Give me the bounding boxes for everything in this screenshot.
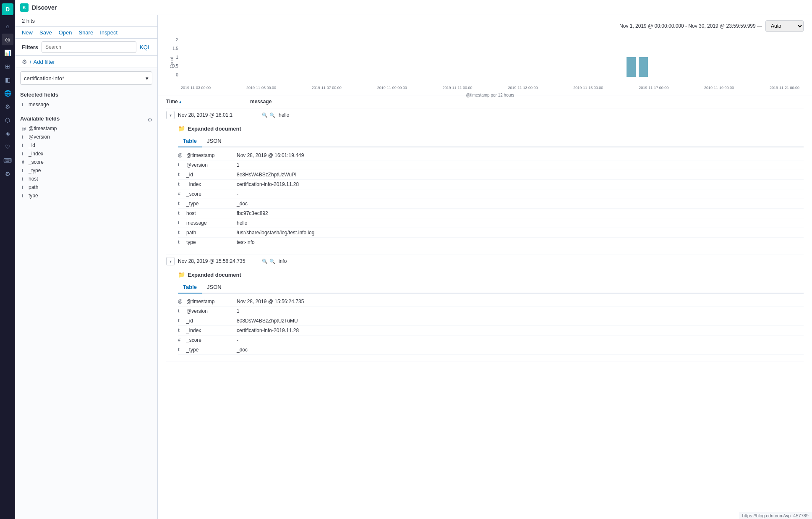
- available-field-item[interactable]: ttype: [20, 191, 152, 200]
- row-toggle-button[interactable]: ▾: [166, 111, 175, 119]
- filter-for-icon[interactable]: 🔍: [262, 113, 268, 118]
- field-type-icon: #: [22, 160, 26, 165]
- time-column-header[interactable]: Time ▴: [166, 99, 250, 105]
- share-button[interactable]: Share: [78, 29, 93, 36]
- sidebar-icon-uptime[interactable]: ♡: [2, 141, 13, 153]
- topbar: K Discover: [15, 0, 812, 15]
- data-rows: ▾ Nov 28, 2019 @ 16:01:1 🔍 🔍 hello 📁 Exp…: [166, 108, 804, 362]
- filter-for-icon[interactable]: 🔍: [262, 259, 268, 264]
- doc-tab-table[interactable]: Table: [178, 135, 202, 147]
- expanded-doc-title: Expanded document: [188, 272, 241, 278]
- field-name: _type: [186, 347, 237, 353]
- row-time: Nov 28, 2019 @ 15:56:24.735: [178, 258, 262, 264]
- sidebar-icon-dev[interactable]: ⌨: [2, 155, 13, 166]
- doc-tab-json[interactable]: JSON: [202, 135, 227, 147]
- field-value: 1: [237, 308, 804, 314]
- filter-out-icon[interactable]: 🔍: [269, 113, 275, 118]
- sidebar-icon-dashboard[interactable]: ⊞: [2, 60, 13, 72]
- field-type: t: [178, 210, 185, 215]
- sidebar-icon-management[interactable]: ⚙: [2, 168, 13, 180]
- available-field-item[interactable]: #_score: [20, 158, 152, 166]
- right-panel: Nov 1, 2019 @ 00:00:00.000 - Nov 30, 201…: [158, 15, 812, 519]
- doc-field-row: t @version 1: [178, 160, 804, 170]
- chart-canvas: [181, 37, 799, 77]
- results-area: Time ▴ message ▾ Nov 28, 2019 @ 16:01:1 …: [158, 95, 812, 362]
- available-fields-section: Available fields ⚙ @@timestampt@versiont…: [15, 112, 157, 203]
- app-logo: D: [2, 3, 13, 15]
- doc-tab-table[interactable]: Table: [178, 281, 202, 294]
- sidebar-icon-graph[interactable]: ⬡: [2, 114, 13, 126]
- chart-timestamp-label: @timestamp per 12 hours: [181, 93, 799, 97]
- field-type: @: [178, 299, 185, 304]
- field-name-label: host: [29, 176, 151, 182]
- left-panel: 2 hits New Save Open Share Inspect Filte…: [15, 15, 158, 519]
- field-value: -: [237, 191, 804, 197]
- sidebar-icon-canvas[interactable]: ◧: [2, 74, 13, 86]
- available-field-item[interactable]: t_id: [20, 141, 152, 149]
- open-button[interactable]: Open: [59, 29, 72, 36]
- doc-field-row: t path /usr/share/logstash/log/test.info…: [178, 228, 804, 238]
- sidebar-icon-ml[interactable]: ⚙: [2, 101, 13, 113]
- doc-tabs: Table JSON: [178, 135, 804, 147]
- filter-gear-icon[interactable]: ⚙: [22, 58, 27, 65]
- filter-out-icon[interactable]: 🔍: [269, 259, 275, 264]
- selected-fields-section: Selected fields tmessage: [15, 88, 157, 112]
- add-filter-button[interactable]: + Add filter: [29, 59, 55, 65]
- sidebar-icon-maps[interactable]: 🌐: [2, 87, 13, 99]
- field-name-label: @version: [29, 134, 151, 140]
- available-field-item[interactable]: t_index: [20, 149, 152, 158]
- chevron-down-icon: ▾: [146, 75, 149, 81]
- field-value: certification-info-2019.11.28: [237, 328, 804, 333]
- sidebar-icon-visualize[interactable]: 📊: [2, 47, 13, 59]
- row-toggle-button[interactable]: ▾: [166, 257, 175, 265]
- index-dropdown[interactable]: certification-info* ▾: [20, 71, 152, 85]
- field-value: 808DsW4BSzZhptUzTuMU: [237, 318, 804, 324]
- field-type: t: [178, 201, 185, 206]
- row-header[interactable]: ▾ Nov 28, 2019 @ 16:01:1 🔍 🔍 hello: [166, 108, 804, 122]
- row-search-icons: 🔍 🔍: [262, 259, 275, 264]
- available-field-item[interactable]: t_type: [20, 166, 152, 175]
- new-button[interactable]: New: [22, 29, 33, 36]
- available-field-item[interactable]: t@version: [20, 133, 152, 141]
- available-field-item[interactable]: tpath: [20, 183, 152, 191]
- field-type-icon: t: [22, 194, 26, 198]
- field-name-label: type: [29, 193, 151, 199]
- field-type: t: [178, 347, 185, 352]
- inspect-button[interactable]: Inspect: [100, 29, 117, 36]
- available-field-item[interactable]: thost: [20, 175, 152, 183]
- field-value: _doc: [237, 201, 804, 207]
- save-button[interactable]: Save: [39, 29, 52, 36]
- doc-field-row: t _index certification-info-2019.11.28: [178, 326, 804, 336]
- field-type-icon: t: [22, 185, 26, 190]
- row-search-icons: 🔍 🔍: [262, 113, 275, 118]
- doc-field-row: @ @timestamp Nov 28, 2019 @ 15:56:24.735: [178, 297, 804, 307]
- field-name-label: @timestamp: [29, 126, 151, 131]
- interval-select[interactable]: Auto 5 minutes 1 hour 1 day: [765, 20, 804, 32]
- available-fields-settings-icon[interactable]: ⚙: [148, 117, 152, 123]
- chart-bar-1: [627, 57, 636, 77]
- message-column-header[interactable]: message: [250, 99, 804, 105]
- field-value: Nov 28, 2019 @ 15:56:24.735: [237, 299, 804, 304]
- sidebar-icon-apm[interactable]: ◈: [2, 128, 13, 139]
- field-value: 8e8HsW4BSzZhptUzWuPI: [237, 172, 804, 178]
- index-value: certification-info*: [24, 75, 64, 81]
- sidebar-icon-discover[interactable]: ◎: [2, 34, 13, 45]
- field-value: -: [237, 337, 804, 343]
- doc-field-row: t _index certification-info-2019.11.28: [178, 180, 804, 189]
- field-type-icon: t: [22, 177, 26, 181]
- table-row: ▾ Nov 28, 2019 @ 15:56:24.735 🔍 🔍 info 📁…: [166, 254, 804, 362]
- add-filter-bar: ⚙ + Add filter: [15, 56, 157, 68]
- sidebar-icon-home[interactable]: ⌂: [2, 20, 13, 32]
- available-field-item[interactable]: @@timestamp: [20, 124, 152, 133]
- field-value: Nov 28, 2019 @ 16:01:19.449: [237, 152, 804, 158]
- field-name-label: _type: [29, 168, 151, 173]
- filter-search-input[interactable]: [42, 41, 136, 53]
- kql-toggle[interactable]: KQL: [140, 44, 151, 50]
- selected-field-item[interactable]: tmessage: [20, 100, 152, 109]
- row-header[interactable]: ▾ Nov 28, 2019 @ 15:56:24.735 🔍 🔍 info: [166, 254, 804, 268]
- field-type: t: [178, 239, 185, 244]
- field-name: _id: [186, 172, 237, 178]
- doc-field-row: t host fbc97c3ec892: [178, 209, 804, 218]
- field-type: t: [178, 181, 185, 186]
- doc-tab-json[interactable]: JSON: [202, 281, 227, 294]
